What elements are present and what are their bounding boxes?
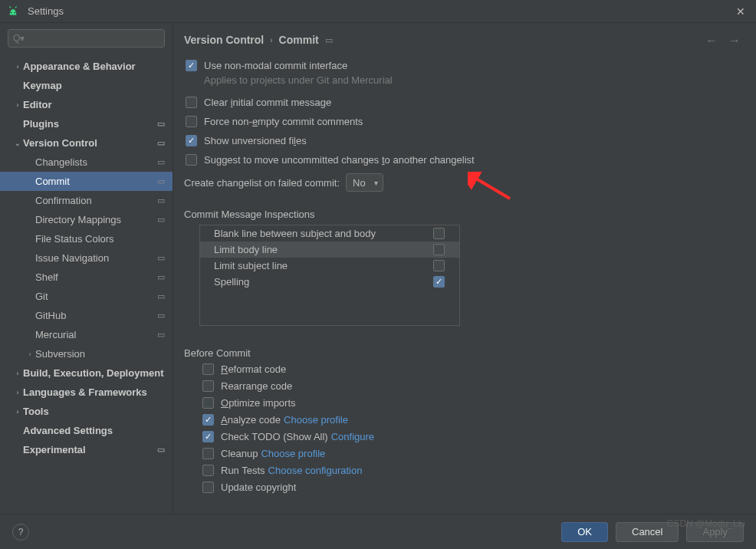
svg-point-0 [11,12,12,13]
inspection-row[interactable]: Spelling [200,274,459,290]
inspection-row[interactable]: Blank line between subject and body [200,225,459,242]
configure-link[interactable]: Configure [331,431,374,442]
close-icon[interactable]: ✕ [731,5,750,18]
breadcrumb-root[interactable]: Version Control [184,34,264,46]
sidebar-item-advanced-settings[interactable]: Advanced Settings [0,421,173,440]
use-nonmodal-checkbox[interactable]: Use non-modal commit interface [184,60,741,71]
checkbox-icon [202,465,214,476]
checkbox-icon[interactable] [433,244,445,255]
force-nonempty-checkbox[interactable]: Force non-empty commit comments [184,116,741,127]
option-label: Analyze code [221,414,281,426]
sidebar-item-changelists[interactable]: Changelists▭ [0,153,173,172]
help-button[interactable]: ? [12,524,29,541]
sidebar-item-file-status-colors[interactable]: File Status Colors [0,229,173,248]
sidebar-item-mercurial[interactable]: Mercurial▭ [0,325,173,344]
checkbox-icon [202,397,214,409]
select-value: No [353,177,366,189]
scope-icon: ▭ [157,196,165,205]
clear-initial-checkbox[interactable]: Clear initial commit message [184,97,741,108]
sidebar-item-appearance-behavior[interactable]: ›Appearance & Behavior [0,57,173,76]
ok-button[interactable]: OK [561,522,608,542]
svg-line-2 [10,6,12,8]
sidebar-item-languages-frameworks[interactable]: ›Languages & Frameworks [0,383,173,402]
sidebar-item-label: Languages & Frameworks [23,386,165,398]
sidebar-item-confirmation[interactable]: Confirmation▭ [0,191,173,210]
configure-link[interactable]: Choose profile [261,448,325,459]
before-commit-item[interactable]: Optimize imports [201,397,741,409]
back-icon[interactable]: ← [705,34,718,48]
scope-icon: ▭ [157,272,165,282]
breadcrumb: Version Control › Commit ▭ [184,34,741,46]
inspections-list[interactable]: Blank line between subject and bodyLimit… [199,225,460,326]
checkbox-icon [202,363,214,375]
sidebar-item-label: Shelf [35,271,157,283]
before-commit-item[interactable]: CleanupChoose profile [201,448,741,459]
search-field[interactable] [13,33,159,44]
sidebar-item-shelf[interactable]: Shelf▭ [0,268,173,287]
inspection-label: Blank line between subject and body [214,228,376,239]
option-label: Update copyright [221,482,296,493]
sidebar-item-tools[interactable]: ›Tools [0,402,173,421]
before-commit-item[interactable]: Update copyright [201,482,741,493]
suggest-move-checkbox[interactable]: Suggest to move uncommitted changes to a… [184,154,741,166]
chevron-icon: › [12,370,23,377]
inspections-title: Commit Message Inspections [184,209,741,220]
before-commit-item[interactable]: Reformat code [201,363,741,375]
sidebar-item-editor[interactable]: ›Editor [0,95,173,114]
chevron-icon: › [12,101,23,109]
sidebar-item-keymap[interactable]: Keymap [0,76,173,95]
svg-point-1 [15,12,16,13]
before-commit-title: Before Commit [184,347,741,359]
configure-link[interactable]: Choose configuration [268,465,363,476]
sidebar-item-label: Changelists [35,156,157,168]
checkbox-icon [186,60,197,71]
option-label: Force non-empty commit comments [204,116,363,127]
sidebar-item-subversion[interactable]: ›Subversion [0,344,173,363]
chevron-icon: › [25,350,35,358]
sidebar-item-directory-mappings[interactable]: Directory Mappings▭ [0,210,173,229]
checkbox-icon[interactable] [433,260,445,271]
sidebar-item-label: Keymap [23,80,165,91]
checkbox-icon [202,482,214,493]
sidebar-item-experimental[interactable]: Experimental▭ [0,440,173,459]
checkbox-icon [202,431,214,442]
chevron-icon: ⌄ [12,140,23,147]
dialog-footer: ? OK Cancel Apply [0,514,756,549]
sidebar-item-git[interactable]: Git▭ [0,287,173,306]
option-label: Cleanup [221,448,258,459]
scope-icon: ▭ [157,176,165,186]
search-input[interactable] [8,29,165,48]
before-commit-item[interactable]: Check TODO (Show All)Configure [201,431,741,442]
sidebar-item-github[interactable]: GitHub▭ [0,306,173,325]
sidebar-item-label: Confirmation [35,195,157,206]
before-commit-item[interactable]: Run TestsChoose configuration [201,465,741,476]
option-label: Show unversioned files [204,135,307,146]
inspection-row[interactable]: Limit body line [200,242,459,258]
sidebar-item-version-control[interactable]: ⌄Version Control▭ [0,133,173,153]
sidebar-item-label: Mercurial [35,329,157,340]
checkbox-icon[interactable] [433,228,445,239]
before-commit-item[interactable]: Analyze codeChoose profile [201,414,741,426]
option-label: Check TODO (Show All) [221,431,328,442]
forward-icon[interactable]: → [728,34,741,48]
before-commit-item[interactable]: Rearrange code [201,380,741,392]
checkbox-icon [186,135,197,146]
checkbox-icon [202,380,214,392]
sidebar-item-label: Subversion [35,348,165,360]
sidebar-item-issue-navigation[interactable]: Issue Navigation▭ [0,248,173,268]
sidebar-item-label: Version Control [23,137,157,149]
show-unversioned-checkbox[interactable]: Show unversioned files [184,135,741,146]
sidebar-item-label: Plugins [23,118,157,130]
inspection-row[interactable]: Limit subject line [200,258,459,274]
sidebar-item-plugins[interactable]: Plugins▭ [0,114,173,133]
sidebar-item-label: Appearance & Behavior [23,61,165,72]
configure-link[interactable]: Choose profile [284,414,348,426]
checkbox-icon [202,414,214,426]
scope-icon: ▭ [157,311,165,321]
checkbox-icon[interactable] [433,276,445,288]
sidebar-item-label: Git [35,291,157,302]
create-changelist-select[interactable]: No [346,173,383,192]
sidebar-item-commit[interactable]: Commit▭ [0,172,173,191]
use-nonmodal-hint: Applies to projects under Git and Mercur… [204,74,741,86]
sidebar-item-build-execution-deployment[interactable]: ›Build, Execution, Deployment [0,363,173,383]
